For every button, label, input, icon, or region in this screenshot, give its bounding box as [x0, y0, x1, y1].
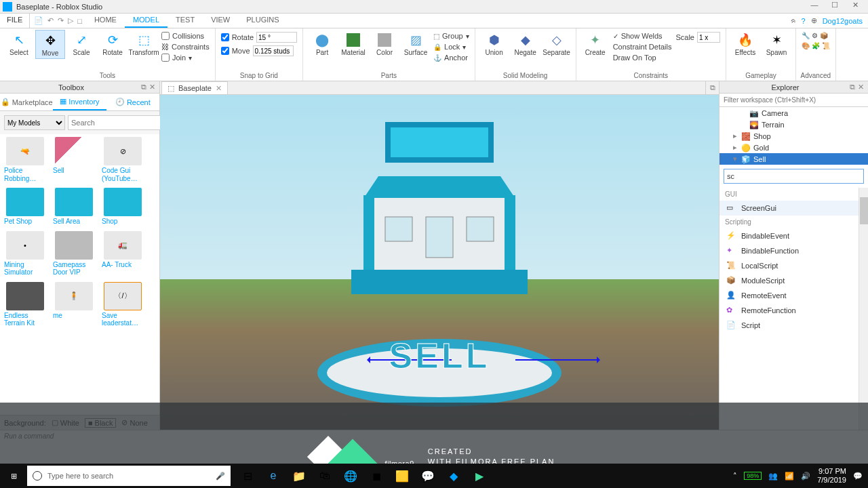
- tab-view[interactable]: VIEW: [203, 14, 238, 28]
- scale-input[interactable]: [697, 32, 720, 43]
- qat-redo-icon[interactable]: ↷: [58, 16, 64, 25]
- qat-stop-icon[interactable]: □: [77, 17, 82, 25]
- notifications-tray-icon[interactable]: 💬: [853, 472, 863, 481]
- command-input[interactable]: [0, 430, 868, 442]
- close-button[interactable]: ✕: [845, 1, 865, 13]
- app-icon-1[interactable]: 🟨: [389, 464, 415, 488]
- maximize-button[interactable]: ☐: [825, 1, 845, 13]
- toolbox-item[interactable]: 🧍me: [53, 282, 95, 327]
- chrome-icon[interactable]: 🌐: [338, 464, 363, 488]
- insert-remotefunction[interactable]: ✿RemoteFunction: [719, 303, 868, 318]
- collapse-ribbon-icon[interactable]: ᨑ: [791, 16, 796, 25]
- tab-model[interactable]: MODEL: [125, 14, 167, 28]
- edge-icon[interactable]: e: [260, 464, 286, 488]
- insert-bindableevent[interactable]: ⚡BindableEvent: [719, 228, 868, 243]
- toolbox-item[interactable]: •Mining Simulator: [4, 231, 46, 277]
- insert-remoteevent[interactable]: 👤RemoteEvent: [719, 288, 868, 303]
- studio-icon[interactable]: ◆: [441, 464, 467, 488]
- file-tab[interactable]: FILE: [0, 14, 30, 28]
- spawn-button[interactable]: ✶Spawn: [762, 30, 791, 58]
- rotate-button[interactable]: ⟳Rotate: [98, 30, 127, 58]
- insert-script[interactable]: 📄Script: [719, 318, 868, 333]
- file-explorer-icon[interactable]: 📁: [286, 464, 312, 488]
- move-gizmo-x-pos[interactable]: [515, 359, 597, 361]
- select-button[interactable]: ↖Select: [4, 30, 34, 58]
- toolbox-item[interactable]: Sell: [53, 137, 95, 182]
- volume-icon[interactable]: 🔊: [801, 472, 810, 481]
- union-button[interactable]: ⬢Union: [479, 30, 509, 58]
- roblox-icon[interactable]: ◼: [363, 464, 389, 488]
- scale-button[interactable]: ⤢Scale: [66, 30, 96, 58]
- qat-undo-icon[interactable]: ↶: [47, 16, 54, 25]
- notifications-icon[interactable]: ⊕: [811, 16, 817, 25]
- material-button[interactable]: Material: [338, 30, 368, 58]
- tab-home[interactable]: HOME: [86, 14, 125, 28]
- constraints-checkbox[interactable]: ⛓Constraints: [161, 42, 210, 52]
- start-button[interactable]: ⊞: [0, 464, 27, 488]
- toolbox-item[interactable]: 🚛AA- Truck: [102, 231, 144, 277]
- toolbox-item[interactable]: Sell Area: [53, 188, 95, 226]
- tab-marketplace[interactable]: 🔒 Marketplace: [0, 94, 53, 110]
- bg-white-option[interactable]: ▢ White: [52, 418, 79, 427]
- doc-dropdown-icon[interactable]: ⧉: [705, 81, 719, 94]
- snap-rotate-input[interactable]: [256, 32, 297, 43]
- people-icon[interactable]: 👥: [768, 472, 778, 481]
- toolbox-search-input[interactable]: [68, 115, 168, 130]
- insert-bindablefunction[interactable]: ✦BindableFunction: [719, 243, 868, 258]
- group-button[interactable]: ⬚ Group ▾: [433, 31, 469, 41]
- explorer-undock-icon[interactable]: ⧉: [848, 83, 856, 92]
- constraint-details-checkbox[interactable]: Constraint Details: [613, 42, 672, 52]
- toolbox-item[interactable]: Endless Terrain Kit: [4, 282, 46, 327]
- part-button[interactable]: ⬤Part: [307, 30, 337, 58]
- draw-on-top-checkbox[interactable]: Draw On Top: [613, 53, 672, 62]
- minimize-button[interactable]: —: [804, 1, 825, 13]
- effects-button[interactable]: 🔥Effects: [730, 30, 760, 58]
- move-button[interactable]: ✥Move: [35, 30, 65, 59]
- adv-row-2[interactable]: 🎨 🧩 📜: [802, 41, 830, 50]
- insert-localscript[interactable]: 📜LocalScript: [719, 258, 868, 273]
- tree-item-shop[interactable]: ▸🧱Shop: [719, 130, 868, 142]
- toolbox-item[interactable]: Gamepass Door VIP: [53, 231, 95, 277]
- snap-move-input[interactable]: [253, 45, 294, 56]
- discord-icon[interactable]: 💬: [415, 464, 441, 488]
- insert-modulescript[interactable]: 📦ModuleScript: [719, 273, 868, 288]
- bg-none-option[interactable]: ⊘ None: [121, 418, 147, 427]
- transform-button[interactable]: ⬚Transform: [129, 30, 159, 58]
- tree-item-terrain[interactable]: 🌄Terrain: [719, 119, 868, 130]
- anchor-button[interactable]: ⚓ Anchor: [433, 53, 469, 62]
- toolbox-category-select[interactable]: My Models: [4, 115, 65, 130]
- create-button[interactable]: ✦Create: [580, 30, 610, 58]
- tab-inventory[interactable]: ▦ Inventory: [53, 94, 106, 110]
- qat-new-icon[interactable]: 📄: [34, 16, 43, 25]
- surface-button[interactable]: ▨Surface: [401, 30, 431, 58]
- insert-scrollbar[interactable]: [859, 188, 868, 430]
- toolbox-undock-icon[interactable]: ⧉: [140, 83, 148, 92]
- snap-rotate-checkbox[interactable]: Rotate: [221, 31, 297, 43]
- document-tab[interactable]: ⬚ Baseplate ✕: [161, 81, 228, 94]
- tab-plugins[interactable]: PLUGINS: [238, 14, 287, 28]
- insert-screengui[interactable]: ▭ScreenGui: [719, 201, 868, 216]
- tree-item-sell[interactable]: ▾🧊Sell: [719, 153, 868, 165]
- negate-button[interactable]: ◆Negate: [511, 30, 540, 58]
- filmora-icon[interactable]: ▶: [467, 464, 492, 488]
- qat-play-icon[interactable]: ▷: [68, 16, 73, 25]
- wifi-icon[interactable]: 📶: [785, 472, 794, 481]
- help-icon[interactable]: ?: [802, 17, 806, 25]
- tree-item-camera[interactable]: 📷Camera: [719, 107, 868, 119]
- color-button[interactable]: Color: [370, 30, 399, 58]
- explorer-filter-input[interactable]: [719, 94, 868, 107]
- toolbox-item[interactable]: 🔫Police Robbing…: [4, 137, 46, 182]
- snap-move-checkbox[interactable]: Move: [221, 45, 297, 57]
- tray-chevron-icon[interactable]: ˄: [733, 472, 737, 481]
- explorer-close-icon[interactable]: ✕: [856, 83, 865, 92]
- lock-button[interactable]: 🔒 Lock ▾: [433, 42, 469, 52]
- task-view-icon[interactable]: ⊟: [235, 464, 260, 488]
- toolbox-close-icon[interactable]: ✕: [148, 83, 157, 92]
- 3d-viewport[interactable]: SELL: [160, 95, 719, 430]
- show-welds-checkbox[interactable]: ✓ Show Welds: [613, 31, 672, 41]
- insert-object-search[interactable]: [724, 169, 864, 184]
- join-checkbox[interactable]: Join ▾: [161, 53, 210, 62]
- toolbox-item[interactable]: Shop: [102, 188, 144, 226]
- taskbar-clock[interactable]: 9:07 PM 7/9/2019: [817, 467, 846, 484]
- toolbox-item[interactable]: Pet Shop: [4, 188, 46, 226]
